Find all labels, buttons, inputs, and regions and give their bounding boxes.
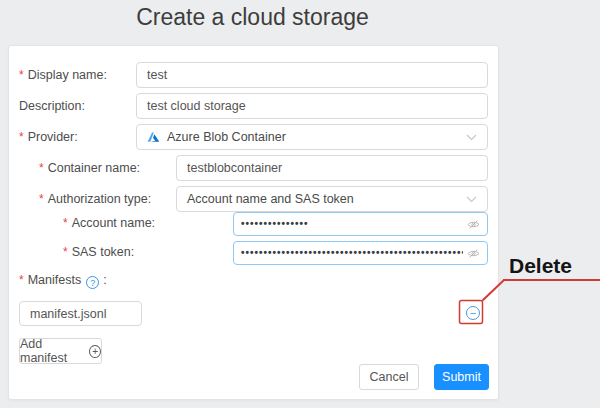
create-storage-form: *Display name: Description: *Provider: A…	[8, 45, 499, 400]
sas-token-masked-value: ••••••••••••••••••••••••••••••••••••••••…	[241, 242, 463, 264]
container-name-input[interactable]	[176, 155, 488, 181]
sas-token-label: *SAS token:	[63, 240, 134, 264]
account-name-label: *Account name:	[63, 211, 155, 235]
display-name-label: *Display name:	[19, 62, 107, 88]
required-mark: *	[39, 192, 44, 206]
required-mark: *	[19, 68, 24, 82]
provider-label: *Provider:	[19, 124, 78, 150]
provider-selected-value: Azure Blob Container	[167, 130, 460, 144]
required-mark: *	[63, 216, 68, 230]
minus-icon: −	[470, 307, 476, 319]
required-mark: *	[19, 273, 24, 287]
add-manifest-button[interactable]: Add manifest +	[19, 338, 102, 364]
chevron-down-icon	[466, 134, 477, 141]
eye-off-icon[interactable]	[467, 218, 480, 231]
cancel-button[interactable]: Cancel	[359, 364, 419, 390]
required-mark: *	[63, 245, 68, 259]
plus-circle-icon: +	[89, 345, 101, 358]
annotation-delete-label: Delete	[509, 254, 572, 278]
description-input[interactable]	[136, 93, 488, 119]
provider-select[interactable]: Azure Blob Container	[136, 124, 488, 150]
description-label: Description:	[19, 93, 85, 119]
help-icon[interactable]: ?	[86, 276, 99, 289]
account-name-input[interactable]: •••••••••••••••	[233, 212, 488, 236]
manifest-file-input[interactable]	[19, 301, 142, 326]
account-name-masked-value: •••••••••••••••	[241, 213, 463, 235]
sas-token-input[interactable]: ••••••••••••••••••••••••••••••••••••••••…	[233, 241, 488, 265]
chevron-down-icon	[466, 196, 477, 203]
authorization-type-label: *Authorization type:	[39, 186, 151, 212]
container-name-label: *Container name:	[39, 155, 140, 181]
add-manifest-label: Add manifest	[20, 337, 83, 365]
page: Create a cloud storage *Display name: De…	[0, 0, 600, 408]
display-name-input[interactable]	[136, 62, 488, 88]
required-mark: *	[39, 161, 44, 175]
page-title: Create a cloud storage	[8, 4, 497, 31]
authorization-type-selected-value: Account name and SAS token	[187, 192, 460, 206]
authorization-type-select[interactable]: Account name and SAS token	[176, 186, 488, 212]
azure-icon	[147, 131, 160, 144]
submit-button[interactable]: Submit	[434, 364, 489, 390]
required-mark: *	[19, 130, 24, 144]
eye-off-icon[interactable]	[467, 247, 480, 260]
delete-manifest-button[interactable]: −	[466, 306, 480, 320]
manifests-label: *Manifests?:	[19, 267, 107, 293]
